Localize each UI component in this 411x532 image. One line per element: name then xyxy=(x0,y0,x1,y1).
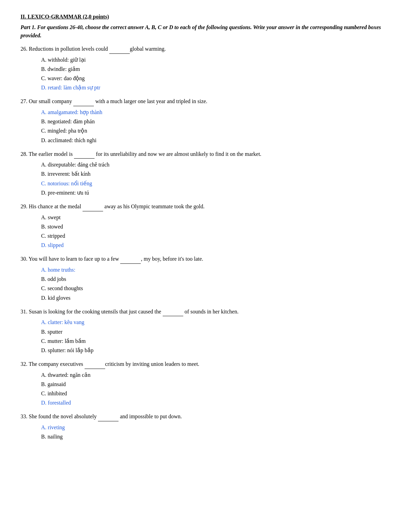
question-29: 29. His chance at the medal away as his … xyxy=(21,202,390,250)
option-32-B: B. gainsaid xyxy=(41,380,390,389)
options-26: A. withhold: giữ lạiB. dwindle: giảmC. w… xyxy=(41,55,390,92)
question-text-26: 26. Reductions in pollution levels could… xyxy=(21,45,390,54)
option-29-B: B. stowed xyxy=(41,222,390,231)
question-text-33: 33. She found the novel absolutely and i… xyxy=(21,412,390,421)
option-31-C: C. mutter: lầm bầm xyxy=(41,336,390,346)
option-30-C: C. second thoughts xyxy=(41,284,390,293)
question-after-28: for its unreliability and now we are alm… xyxy=(95,151,261,157)
option-28-D: D. pre-eminent: ưu tú xyxy=(41,188,390,197)
option-29-C: C. stripped xyxy=(41,231,390,240)
blank-33 xyxy=(98,412,119,421)
options-28: A. disreputable: đáng chê tráchB. irreve… xyxy=(41,160,390,197)
option-26-A: A. withhold: giữ lại xyxy=(41,55,390,64)
option-32-C: C. inhibited xyxy=(41,389,390,398)
blank-30 xyxy=(120,255,141,264)
blank-27 xyxy=(73,97,94,106)
option-26-C: C. waver: dao động xyxy=(41,74,390,83)
question-text-31: 31. Susan is looking for the cooking ute… xyxy=(21,307,390,317)
option-26-D: D. retard: làm chậm sự ptr xyxy=(41,83,390,92)
question-text-30: 30. You will have to learn to face up to… xyxy=(21,255,390,264)
option-27-D: D. acclimated: thích nghi xyxy=(41,136,390,145)
option-28-C: C. notorious: nổi tiếng xyxy=(41,179,390,188)
question-after-32: criticism by inviting union leaders to m… xyxy=(105,361,199,367)
question-text-32: 32. The company executives criticism by … xyxy=(21,360,390,369)
question-after-31: of sounds in her kitchen. xyxy=(183,309,239,314)
options-33: A. rivetingB. nailing xyxy=(41,423,390,441)
option-31-B: B. sputter xyxy=(41,327,390,336)
blank-26 xyxy=(109,45,130,54)
question-before-30: 30. You will have to learn to face up to… xyxy=(21,256,120,262)
question-after-26: global warming. xyxy=(130,46,166,52)
option-27-A: A. amalgamated: hợp thành xyxy=(41,108,390,117)
option-30-B: B. odd jobs xyxy=(41,274,390,284)
question-after-27: with a much larger one last year and tri… xyxy=(94,98,207,104)
options-32: A. thwarted: ngăn cảnB. gainsaidC. inhib… xyxy=(41,370,390,408)
option-32-A: A. thwarted: ngăn cản xyxy=(41,370,390,380)
option-29-A: A. swept xyxy=(41,213,390,222)
option-29-D: D. slipped xyxy=(41,240,390,250)
question-after-30: , my boy, before it's too late. xyxy=(141,256,203,262)
option-32-D: D. forestalled xyxy=(41,398,390,407)
question-after-33: and impossible to put down. xyxy=(119,413,182,419)
question-text-28: 28. The earlier model is for its unrelia… xyxy=(21,150,390,159)
question-before-32: 32. The company executives xyxy=(21,361,85,367)
section-instruction: Part 1. For questions 26-40, choose the … xyxy=(21,23,390,40)
question-text-29: 29. His chance at the medal away as his … xyxy=(21,202,390,211)
question-32: 32. The company executives criticism by … xyxy=(21,360,390,407)
option-27-B: B. negotiated: đàm phán xyxy=(41,117,390,126)
question-27: 27. Our small company with a much larger… xyxy=(21,97,390,145)
blank-31 xyxy=(163,307,183,317)
question-before-33: 33. She found the novel absolutely xyxy=(21,413,98,419)
question-before-31: 31. Susan is looking for the cooking ute… xyxy=(21,309,163,314)
options-27: A. amalgamated: hợp thànhB. negotiated: … xyxy=(41,108,390,145)
options-31: A. clatter: kêu vangB. sputterC. mutter:… xyxy=(41,318,390,355)
question-33: 33. She found the novel absolutely and i… xyxy=(21,412,390,441)
option-28-A: A. disreputable: đáng chê trách xyxy=(41,160,390,169)
option-31-A: A. clatter: kêu vang xyxy=(41,318,390,327)
question-31: 31. Susan is looking for the cooking ute… xyxy=(21,307,390,355)
question-after-29: away as his Olympic teammate took the go… xyxy=(103,203,204,209)
option-28-B: B. irreverent: bất kính xyxy=(41,169,390,178)
question-26: 26. Reductions in pollution levels could… xyxy=(21,45,390,92)
blank-28 xyxy=(74,150,95,159)
question-before-28: 28. The earlier model is xyxy=(21,151,74,157)
question-before-27: 27. Our small company xyxy=(21,98,73,104)
option-33-A: A. riveting xyxy=(41,423,390,432)
question-text-27: 27. Our small company with a much larger… xyxy=(21,97,390,106)
option-27-C: C. mingled: pha trộn xyxy=(41,126,390,135)
question-before-26: 26. Reductions in pollution levels could xyxy=(21,46,109,52)
option-30-A: A. home truths: xyxy=(41,265,390,274)
question-30: 30. You will have to learn to face up to… xyxy=(21,255,390,302)
options-29: A. sweptB. stowedC. strippedD. slipped xyxy=(41,213,390,250)
blank-29 xyxy=(83,202,103,211)
option-33-B: B. nailing xyxy=(41,432,390,441)
options-30: A. home truths:B. odd jobsC. second thou… xyxy=(41,265,390,302)
option-31-D: D. splutter: nói lắp bắp xyxy=(41,346,390,355)
blank-32 xyxy=(85,360,105,369)
section-title: II. LEXICO-GRAMMAR (2,0 points) xyxy=(21,14,390,20)
option-26-B: B. dwindle: giảm xyxy=(41,64,390,74)
question-28: 28. The earlier model is for its unrelia… xyxy=(21,150,390,197)
question-before-29: 29. His chance at the medal xyxy=(21,203,83,209)
option-30-D: D. kid gloves xyxy=(41,293,390,302)
